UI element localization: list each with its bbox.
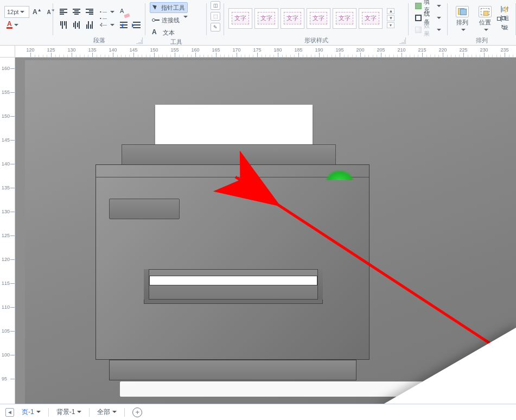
gallery-scroll: ▲ ▼ ▾ xyxy=(387,8,394,28)
printer-body-shape[interactable] xyxy=(95,164,370,360)
shape-styles-group: 文字 文字 文字 文字 文字 文字 ▲ ▼ ▾ 形状样式 xyxy=(224,0,409,45)
rotate-icon xyxy=(501,24,501,31)
printer-base-shape[interactable] xyxy=(109,360,356,380)
font-group: 12pt A▲ A▼ A xyxy=(0,0,53,45)
paragraph-group: 段落 xyxy=(53,0,145,45)
text-tool-label: 文本 xyxy=(163,29,175,37)
valign-top-button[interactable] xyxy=(58,19,69,31)
printer-back-shape[interactable] xyxy=(122,144,336,166)
line-spacing-button[interactable] xyxy=(98,19,117,31)
arrange-label: 排列 xyxy=(456,18,468,27)
align-menu-button[interactable]: 对 xyxy=(499,5,511,13)
font-size-field[interactable]: 12pt xyxy=(4,6,29,18)
add-page-button[interactable]: + xyxy=(132,408,142,417)
align-right-button[interactable] xyxy=(84,6,95,18)
position-label: 位置 xyxy=(479,18,491,27)
connector-icon xyxy=(152,17,160,23)
shape-styles-dialog-launcher[interactable] xyxy=(399,37,406,44)
arrange-group-label: 排列 xyxy=(476,36,488,44)
gallery-more[interactable]: ▾ xyxy=(387,22,394,28)
vertical-ruler[interactable]: 1601551501451401351301251201151101051009… xyxy=(0,58,15,404)
rotate-menu-button[interactable]: 旋 xyxy=(499,23,511,31)
pointer-tool-button[interactable]: 指针工具 xyxy=(150,2,188,13)
horizontal-ruler[interactable]: 1201251301351401451501551601651701751801… xyxy=(15,46,516,58)
style-thumb-3[interactable]: 文字 xyxy=(281,8,304,29)
pointer-tool-label: 指针工具 xyxy=(161,4,185,12)
arrange-button[interactable]: 排列 xyxy=(452,4,473,33)
style-thumb-2[interactable]: 文字 xyxy=(254,8,278,29)
style-thumb-1[interactable]: 文字 xyxy=(228,8,252,29)
text-tool-button[interactable]: 文本 xyxy=(150,27,202,38)
shape-styles-group-label: 形状样式 xyxy=(304,36,328,44)
page-curl xyxy=(378,326,516,404)
connector-tool-button[interactable]: 连接线 xyxy=(150,15,202,26)
style-thumb-6[interactable]: 文字 xyxy=(359,8,383,29)
text-icon xyxy=(152,28,161,37)
arrange-icon xyxy=(456,6,469,17)
effect-icon xyxy=(415,27,421,33)
valign-middle-button[interactable] xyxy=(71,19,82,31)
page-tab[interactable]: 页-1 xyxy=(22,408,41,417)
fill-icon xyxy=(415,3,421,9)
bullets-button[interactable] xyxy=(98,6,117,18)
align-left-button[interactable] xyxy=(58,6,69,18)
drawing-page[interactable] xyxy=(25,60,516,404)
page-tab-bar: ◄ 页-1 背景-1 全部 + xyxy=(0,404,516,420)
line-icon xyxy=(415,15,422,21)
scope-selector[interactable]: 全部 xyxy=(97,408,117,417)
gallery-scroll-up[interactable]: ▲ xyxy=(387,8,394,14)
printer-tray-shape[interactable] xyxy=(144,269,323,300)
prev-page-button[interactable]: ◄ xyxy=(5,408,14,417)
group-menu-button[interactable]: 组 xyxy=(499,14,511,22)
style-thumb-5[interactable]: 文字 xyxy=(333,8,356,29)
position-icon xyxy=(479,6,492,17)
connector-tool-label: 连接线 xyxy=(162,16,180,24)
pointer-icon xyxy=(152,4,159,11)
printer-led xyxy=(324,169,355,180)
mini-tool-3[interactable]: ✎ xyxy=(211,23,220,31)
paragraph-group-label: 段落 xyxy=(93,36,105,44)
align-center-button[interactable] xyxy=(71,6,82,18)
shape-format-group: 填充 线条 效果 xyxy=(409,0,448,45)
ribbon: 12pt A▲ A▼ A xyxy=(0,0,516,46)
ruler-corner xyxy=(0,46,15,58)
printer-panel-shape[interactable] xyxy=(109,199,180,219)
position-button[interactable]: 位置 xyxy=(475,4,495,33)
decrease-indent-button[interactable] xyxy=(118,19,130,31)
tools-group: 指针工具 连接线 文本 工具 xyxy=(145,0,207,45)
arrange-group: 排列 位置 对 组 旋 排列 xyxy=(448,0,516,45)
style-thumb-4[interactable]: 文字 xyxy=(307,8,330,29)
group-icon xyxy=(501,15,502,22)
edit-mini-group: ◫ ⬚ ✎ xyxy=(207,0,224,45)
background-tab[interactable]: 背景-1 xyxy=(56,408,82,417)
align-icon xyxy=(501,6,502,12)
grow-font-button[interactable]: A▲ xyxy=(30,6,44,18)
increase-indent-button[interactable] xyxy=(131,19,143,31)
font-color-button[interactable]: A xyxy=(4,19,21,31)
mini-tool-1[interactable]: ◫ xyxy=(211,1,220,10)
mini-tool-2[interactable]: ⬚ xyxy=(211,12,220,21)
clear-format-button[interactable] xyxy=(118,6,131,18)
drawing-canvas[interactable] xyxy=(15,58,516,404)
tools-group-label: 工具 xyxy=(170,38,182,46)
paragraph-dialog-launcher[interactable] xyxy=(136,37,143,44)
font-size-value: 12pt xyxy=(7,9,18,15)
gallery-scroll-down[interactable]: ▼ xyxy=(387,15,394,21)
shape-effect-button[interactable]: 效果 xyxy=(413,25,443,35)
valign-bottom-button[interactable] xyxy=(84,19,95,31)
